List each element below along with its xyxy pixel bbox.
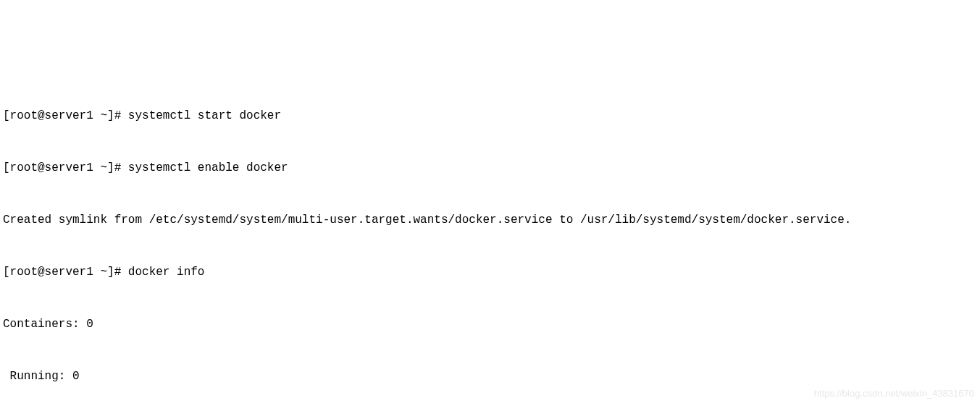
terminal-output[interactable]: [root@server1 ~]# systemctl start docker…	[3, 72, 977, 406]
terminal-line: [root@server1 ~]# systemctl enable docke…	[3, 159, 977, 177]
terminal-line: [root@server1 ~]# systemctl start docker	[3, 107, 977, 124]
terminal-line: Running: 0	[3, 368, 977, 385]
watermark-text: https://blog.csdn.net/weixin_43831670	[814, 386, 974, 401]
terminal-line: Created symlink from /etc/systemd/system…	[3, 211, 977, 229]
terminal-line: [root@server1 ~]# docker info	[3, 263, 977, 281]
terminal-line: Containers: 0	[3, 316, 977, 333]
